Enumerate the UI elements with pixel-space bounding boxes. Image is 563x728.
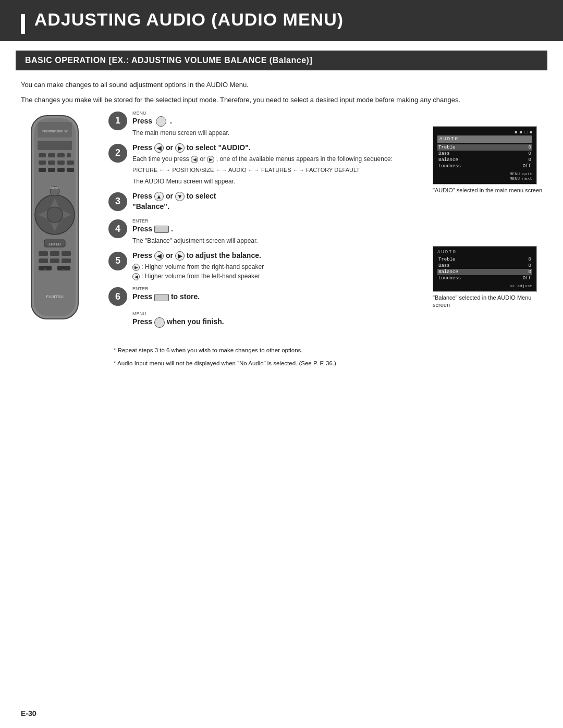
step-1-content: MENU Press . The main menu screen will a… [132,110,423,138]
step-1-desc: The main menu screen will appear. [132,128,423,138]
menu-circle-icon-final [154,317,165,328]
screen1-indicators: ■ ■ □ ■ [437,130,532,134]
step-2-number: 2 [108,144,127,163]
screen2-container: AUDIO Treble0 Bass0 Balance0 LoudnessOff [433,246,547,309]
step-5-content: Press ◀ or ▶ to adjust the balance. ▶ : … [132,251,423,281]
screen2-mockup: AUDIO Treble0 Bass0 Balance0 LoudnessOff [433,246,537,292]
left-arrow-small-1: ◀ [191,156,198,163]
step-6-content: ENTER Press to store. [132,286,423,304]
content-area: Plasmavision W [16,110,547,368]
step-4-desc: The "Balance" adjustment screen will app… [132,236,423,245]
step-4-content: ENTER Press . The "Balance" adjustment s… [132,218,423,245]
step-3-number: 3 [108,192,127,211]
notes-section: * Repeat steps 3 to 6 when you wish to m… [114,342,423,368]
step-1-number: 1 [108,112,127,130]
svg-rect-5 [39,153,46,157]
step-4-number: 4 [108,219,127,238]
svg-text:−: − [63,267,65,272]
svg-rect-16 [67,168,74,172]
step5-to-adjust: to adjust the balance. [187,251,261,260]
step6-press: Press [132,292,154,301]
left-arrow-icon-5: ◀ [154,251,164,261]
right-arrow-small-1: ▶ [207,156,214,163]
remote-control-svg: Plasmavision W [16,110,94,329]
screen2-row-balance: Balance0 [437,269,532,275]
svg-point-22 [47,207,63,223]
step-1-title: Press . [132,116,423,127]
menu-circle-icon-1 [156,116,166,127]
step-6-row: 6 ENTER Press to store. [108,286,423,306]
note-1: * Repeat steps 3 to 6 when you wish to m… [114,346,423,355]
final-menu-label: MENU [132,311,423,316]
screen1-row-bass: Bass0 [437,151,532,157]
step3-or: or [166,192,175,200]
svg-rect-31 [50,258,59,263]
step1-menu-label: MENU [132,110,423,116]
step4-press: Press [132,225,154,233]
screen1-row-balance: Balance0 [437,157,532,163]
screen2-caption: "Balance" selected in the AUDIO Menu scr… [433,294,547,309]
page-footer: E-30 [21,709,36,718]
left-arrow-small-5l: ◀ [132,273,140,280]
svg-rect-12 [67,161,74,165]
final-press-content: MENU Press when you finish. [132,311,423,329]
step-6-title: Press to store. [132,292,423,302]
svg-rect-4 [38,141,72,150]
final-when-finish: when you finish. [167,317,224,326]
page-container: ADJUSTING AUDIO (AUDIO MENU) BASIC OPERA… [0,0,563,728]
steps-col: 1 MENU Press . The main menu screen will… [108,110,423,368]
svg-rect-9 [39,161,46,165]
main-title: ADJUSTING AUDIO (AUDIO MENU) [34,9,344,29]
step-2-title: Press ◀ or ▶ to select "AUDIO". [132,143,423,153]
svg-rect-30 [39,258,48,263]
step5-left-desc: : Higher volume from the left-hand speak… [141,273,260,280]
section-header-text: BASIC OPERATION [EX.: ADJUSTING VOLUME B… [25,56,312,65]
step-5-number: 5 [108,252,127,270]
step-1-row: 1 MENU Press . The main menu screen will… [108,110,423,138]
enter-btn-icon-6 [154,294,169,301]
step-3-title: Press ▲ or ▼ to select"Balance". [132,191,423,212]
svg-rect-29 [62,251,71,256]
svg-text:+: + [44,267,46,272]
svg-rect-13 [39,168,46,172]
step3-press: Press [132,192,154,200]
screen1-row-treble: Treble0 [437,144,532,151]
right-arrow-icon-2: ▶ [175,143,185,153]
screen1-container: ■ ■ □ ■ AUDIO Treble0 Bass0 Balance0 Lou… [433,126,547,194]
screen2-row-loudness: LoudnessOff [437,275,532,281]
intro-line-1: You can make changes to all sound adjust… [21,80,542,90]
step-3-row: 3 Press ▲ or ▼ to select"Balance". [108,191,423,213]
step6-enter-label: ENTER [132,286,423,291]
step2-press: Press [132,143,154,152]
svg-rect-10 [48,161,55,165]
final-press-title: Press when you finish. [132,317,423,327]
svg-rect-8 [67,153,71,157]
svg-rect-32 [62,258,71,263]
page-number: E-30 [21,709,36,718]
step-4-title: Press . [132,224,423,235]
step6-to-store: to store. [171,292,200,301]
step5-press: Press [132,251,154,260]
screenshots-col: ■ ■ □ ■ AUDIO Treble0 Bass0 Balance0 Lou… [433,110,547,368]
svg-rect-27 [39,251,48,256]
screen1-row-loudness: LoudnessOff [437,163,532,169]
svg-rect-28 [50,251,59,256]
up-arrow-icon-3: ▲ [154,192,164,201]
screen1-caption: "AUDIO" selected in the main menu screen [433,187,547,194]
note-2-text: * Audio Input menu will not be displayed… [114,360,336,366]
step5-right-desc: : Higher volume from the right-hand spea… [141,263,264,270]
step2-to-select: to select "AUDIO". [187,143,251,152]
svg-text:MENU: MENU [50,187,59,190]
screen2-row-bass: Bass0 [437,263,532,269]
left-arrow-icon-2: ◀ [154,143,164,153]
screen2-footer: <> adjust [437,283,532,288]
note-2: * Audio Input menu will not be displayed… [114,359,423,368]
svg-rect-7 [57,153,65,157]
svg-text:ENTER: ENTER [48,242,61,246]
step-6-number: 6 [108,287,127,306]
step5-or: or [166,251,175,260]
svg-rect-6 [48,153,55,157]
step4-enter-label: ENTER [132,218,423,224]
step-2-desc-2: The AUDIO Menu screen will appear. [132,177,423,186]
step1-period: . [170,117,172,125]
